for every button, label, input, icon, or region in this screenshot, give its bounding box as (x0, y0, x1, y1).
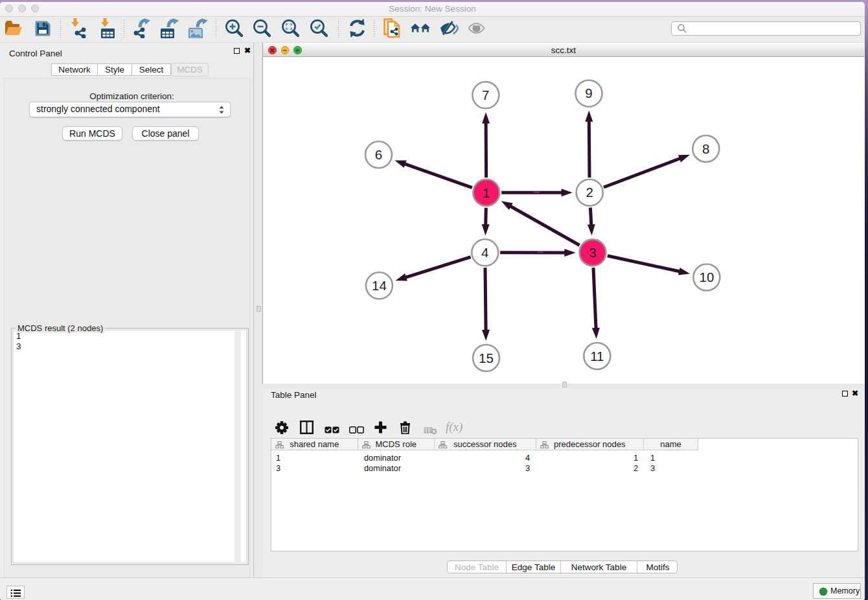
svg-text:1: 1 (483, 185, 490, 200)
svg-text:14: 14 (372, 278, 387, 293)
svg-text:3: 3 (589, 245, 596, 260)
svg-text:4: 4 (481, 245, 488, 260)
svg-text:10: 10 (699, 270, 714, 284)
svg-text:15: 15 (479, 351, 494, 365)
svg-text:6: 6 (375, 147, 382, 162)
svg-text:9: 9 (585, 86, 592, 100)
svg-text:7: 7 (482, 87, 489, 102)
svg-text:11: 11 (590, 349, 604, 363)
svg-text:2: 2 (586, 185, 593, 200)
svg-text:8: 8 (702, 141, 709, 156)
